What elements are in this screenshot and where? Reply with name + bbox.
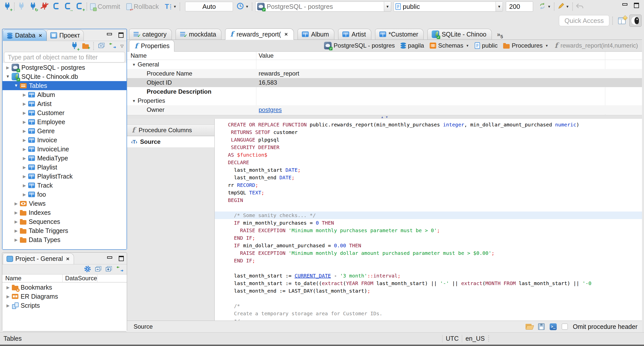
commit-button[interactable]: Commit (90, 3, 120, 11)
project-item-er-diagrams[interactable]: ▶ER Diagrams (2, 292, 127, 301)
expanded-expander-icon[interactable]: ▼ (4, 74, 12, 79)
tree-item-playlisttrack[interactable]: ▶PlaylistTrack (3, 172, 127, 181)
property-row-procedure-name[interactable]: Procedure Namerewards_report (127, 69, 642, 78)
collapsed-expander-icon[interactable]: ▶ (21, 101, 28, 106)
sql-editor-icon[interactable] (53, 2, 60, 11)
collapsed-expander-icon[interactable]: ▶ (21, 174, 28, 179)
new-folder-icon[interactable]: + (82, 44, 89, 49)
maximize-icon[interactable] (633, 3, 639, 8)
tree-item-tables[interactable]: ▼Tables (3, 81, 127, 90)
dbeaver-perspective-button[interactable] (629, 15, 641, 27)
collapsed-expander-icon[interactable]: ▶ (21, 129, 28, 133)
subtab-source[interactable]: ‹T›Source (127, 136, 214, 148)
breadcrumb-item-schemas[interactable]: Schemas▼ (430, 42, 469, 49)
collapsed-expander-icon[interactable]: ▶ (21, 138, 28, 143)
back-button[interactable] (576, 3, 583, 10)
tree-item-data-types[interactable]: ▶Data Types (3, 235, 127, 244)
editor-tab-album[interactable]: Album (298, 29, 334, 40)
editor-tab-rewards-report[interactable]: frewards_report( (225, 28, 294, 40)
editor-tab-sqlite-chinoo[interactable]: SQLite - Chinoo (427, 29, 492, 40)
collapsed-expander-icon[interactable]: ▶ (21, 156, 28, 161)
breadcrumb-item-procedures[interactable]: Procedures▼ (503, 42, 548, 49)
omit-procedure-header-checkbox[interactable] (562, 324, 568, 330)
combo-arrow-icon[interactable]: ▼ (384, 2, 391, 11)
collapsed-expander-icon[interactable]: ▶ (21, 120, 28, 124)
tree-item-artist[interactable]: ▶Artist (3, 99, 127, 108)
column-name[interactable]: Name (2, 274, 63, 282)
tree-item-genre[interactable]: ▶Genre (3, 126, 127, 135)
grid-column-value[interactable]: Value (256, 52, 274, 59)
collapsed-expander-icon[interactable]: ▶ (12, 237, 20, 242)
object-filter-input[interactable] (4, 52, 125, 62)
fetch-size-input[interactable] (506, 2, 533, 12)
collapsed-expander-icon[interactable]: ▶ (21, 147, 28, 152)
tree-item-customer[interactable]: ▶Customer (3, 108, 127, 117)
transaction-log-button[interactable]: ▼ (164, 3, 177, 10)
new-sql-editor-icon[interactable]: + (76, 2, 84, 11)
commit-mode-button[interactable]: Auto (185, 2, 233, 11)
tree-item-indexes[interactable]: ▶Indexes (3, 208, 127, 217)
new-connection-icon[interactable]: + (71, 42, 78, 50)
load-from-file-icon[interactable] (526, 324, 533, 330)
quick-access-input[interactable] (559, 15, 609, 26)
property-row-general[interactable]: ▼General (127, 60, 642, 69)
collapsed-expander-icon[interactable]: ▶ (21, 111, 28, 115)
property-row-object-id[interactable]: Object ID16,583 (127, 78, 642, 87)
tree-item-postgresql-postgres[interactable]: ▶PostgreSQL - postgres (3, 63, 127, 72)
property-row-procedure-description[interactable]: Procedure Description (127, 87, 642, 96)
collapsed-expander-icon[interactable]: ▶ (4, 294, 12, 299)
expand-all-icon[interactable] (106, 266, 112, 273)
collapsed-expander-icon[interactable]: ▶ (4, 65, 12, 70)
combo-arrow-icon[interactable]: ▼ (496, 2, 503, 11)
property-row-owner[interactable]: Ownerpostgres (127, 105, 642, 114)
tab-project-navigator[interactable]: Проект (47, 30, 84, 41)
maximize-icon[interactable] (118, 256, 124, 261)
reconnect-icon[interactable]: ↻ (29, 2, 37, 11)
collapsed-expander-icon[interactable]: ▶ (21, 192, 28, 197)
edit-button[interactable]: ▼ (557, 3, 569, 11)
tree-item-album[interactable]: ▶Album (3, 90, 127, 99)
expanded-expander-icon[interactable]: ▼ (132, 99, 137, 103)
expanded-expander-icon[interactable]: ▼ (132, 62, 137, 67)
collapse-all-icon[interactable] (98, 43, 105, 50)
project-item-bookmarks[interactable]: ▶Bookmarks (2, 283, 127, 292)
close-icon[interactable] (65, 257, 70, 261)
collapsed-expander-icon[interactable]: ▶ (21, 92, 28, 97)
grid-column-name[interactable]: Name (127, 52, 256, 59)
tree-item-employee[interactable]: ▶Employee (3, 117, 127, 126)
collapsed-expander-icon[interactable]: ▶ (4, 303, 12, 308)
collapsed-expander-icon[interactable]: ▶ (21, 165, 28, 170)
link-with-editor-icon[interactable] (109, 43, 116, 50)
save-to-file-icon[interactable] (538, 323, 545, 330)
tree-item-sqlite-chinook-db[interactable]: ▼SQLite - Chinook.db (3, 72, 127, 81)
tree-item-invoiceline[interactable]: ▶InvoiceLine (3, 145, 127, 154)
minimize-icon[interactable] (107, 256, 113, 261)
grid-splitter[interactable]: ▲▼ (127, 115, 642, 119)
collapsed-expander-icon[interactable]: ▶ (12, 228, 20, 233)
timezone-indicator[interactable]: UTC (446, 335, 459, 342)
breadcrumb-item-rewards-report-int4-numeric[interactable]: frewards_report(int4,numeric) (554, 42, 638, 49)
breadcrumb-item-pagila[interactable]: pagila (400, 42, 424, 49)
schema-combo[interactable]: public ▼ (394, 2, 503, 12)
source-code-editor[interactable]: CREATE OR REPLACE FUNCTION public.reward… (215, 119, 642, 321)
tree-item-invoice[interactable]: ▶Invoice (3, 135, 127, 145)
maximize-icon[interactable] (118, 32, 124, 37)
subtab-procedure-columns[interactable]: fProcedure Columns (127, 124, 214, 136)
collapse-all-icon[interactable] (95, 266, 102, 273)
editor-tab-artist[interactable]: Artist (338, 29, 371, 40)
view-menu-icon[interactable]: ▽ (120, 44, 124, 48)
tree-item-table-triggers[interactable]: ▶Table Triggers (3, 226, 127, 235)
new-connection-button[interactable]: + (4, 2, 11, 11)
connect-icon[interactable] (18, 2, 25, 11)
refresh-button[interactable]: ▼ (539, 3, 551, 11)
link-with-editor-icon[interactable] (116, 266, 124, 273)
open-sql-editor-icon[interactable]: → (64, 2, 72, 11)
breadcrumb-item-public[interactable]: public (475, 42, 498, 49)
editor-tab-category[interactable]: category (129, 29, 172, 40)
tab-overflow-chevron[interactable]: »5 (497, 31, 503, 40)
column-datasource[interactable]: DataSource (63, 274, 97, 282)
tree-item-playlist[interactable]: ▶Playlist (3, 163, 127, 172)
close-icon[interactable] (38, 33, 42, 38)
expanded-expander-icon[interactable]: ▼ (12, 83, 20, 88)
project-item-scripts[interactable]: ▶Scripts (2, 301, 127, 310)
